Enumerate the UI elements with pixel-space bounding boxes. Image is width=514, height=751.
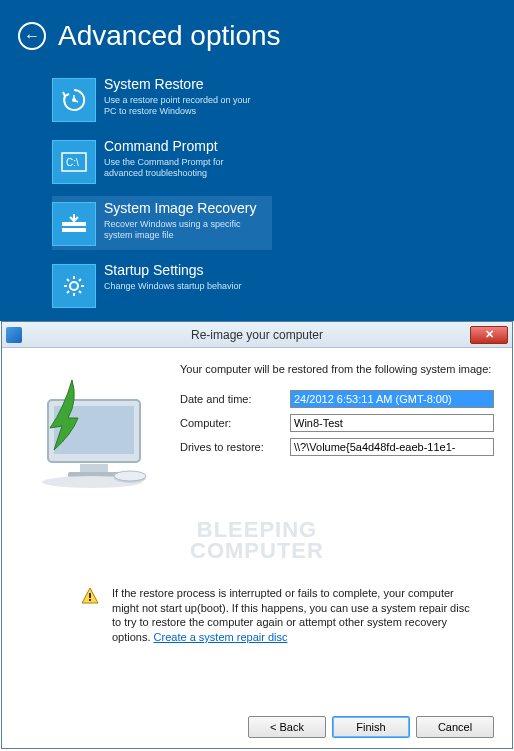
label-computer: Computer: <box>180 417 290 429</box>
header-row: ← Advanced options <box>18 20 496 52</box>
label-drives: Drives to restore: <box>180 441 290 453</box>
monitor-restore-icon <box>20 372 160 492</box>
dialog-app-icon <box>6 327 22 343</box>
advanced-options-panel: ← Advanced options System Restore Use a … <box>0 0 514 321</box>
tile-system-restore[interactable]: System Restore Use a restore point recor… <box>52 72 272 126</box>
tile-title: Startup Settings <box>104 262 242 279</box>
reimage-dialog: Re-image your computer ✕ Your com <box>1 321 513 749</box>
tile-title: System Restore <box>104 76 264 93</box>
image-recovery-icon <box>52 202 96 246</box>
watermark-line2: COMPUTER <box>20 541 494 562</box>
tile-desc: Recover Windows using a specific system … <box>104 219 264 242</box>
intro-text: Your computer will be restored from the … <box>180 362 494 376</box>
value-computer[interactable]: Win8-Test <box>290 414 494 432</box>
svg-rect-4 <box>62 228 86 232</box>
svg-point-5 <box>70 282 78 290</box>
warning-icon <box>80 586 100 606</box>
dialog-info-col: Your computer will be restored from the … <box>180 362 494 496</box>
tile-startup-settings[interactable]: Startup Settings Change Windows startup … <box>52 258 272 312</box>
back-arrow-icon: ← <box>24 27 40 45</box>
svg-rect-14 <box>89 593 91 598</box>
close-icon: ✕ <box>485 328 494 341</box>
svg-text:C:\: C:\ <box>66 157 79 168</box>
dialog-graphic-col <box>20 362 180 496</box>
finish-button[interactable]: Finish <box>332 716 410 738</box>
tile-desc: Use a restore point recorded on your PC … <box>104 95 264 118</box>
value-drives[interactable]: \\?\Volume{5a4d48fd-eaeb-11e1- <box>290 438 494 456</box>
back-button[interactable]: < Back <box>248 716 326 738</box>
dialog-title: Re-image your computer <box>191 328 323 342</box>
warning-row: If the restore process is interrupted or… <box>20 586 494 645</box>
tile-desc: Use the Command Prompt for advanced trou… <box>104 157 264 180</box>
dialog-titlebar[interactable]: Re-image your computer ✕ <box>2 322 512 348</box>
svg-point-13 <box>114 471 146 481</box>
tile-command-prompt[interactable]: C:\ Command Prompt Use the Command Promp… <box>52 134 272 188</box>
tile-title: Command Prompt <box>104 138 264 155</box>
dialog-button-row: < Back Finish Cancel <box>20 704 494 738</box>
warning-text: If the restore process is interrupted or… <box>112 586 480 645</box>
svg-rect-15 <box>89 599 91 601</box>
close-button[interactable]: ✕ <box>470 326 508 344</box>
label-datetime: Date and time: <box>180 393 290 405</box>
value-datetime[interactable]: 24/2012 6:53:11 AM (GMT-8:00) <box>290 390 494 408</box>
row-drives: Drives to restore: \\?\Volume{5a4d48fd-e… <box>180 438 494 456</box>
back-button[interactable]: ← <box>18 22 46 50</box>
page-title: Advanced options <box>58 20 281 52</box>
cancel-button[interactable]: Cancel <box>416 716 494 738</box>
create-repair-disc-link[interactable]: Create a system repair disc <box>154 631 288 643</box>
cmd-icon: C:\ <box>52 140 96 184</box>
row-computer: Computer: Win8-Test <box>180 414 494 432</box>
tile-desc: Change Windows startup behavior <box>104 281 242 293</box>
dialog-body: Your computer will be restored from the … <box>2 348 512 748</box>
tile-system-image-recovery[interactable]: System Image Recovery Recover Windows us… <box>52 196 272 250</box>
settings-icon <box>52 264 96 308</box>
watermark: BLEEPING COMPUTER <box>20 520 494 562</box>
svg-rect-9 <box>80 464 108 472</box>
tile-title: System Image Recovery <box>104 200 264 217</box>
svg-rect-3 <box>62 222 86 226</box>
restore-icon <box>52 78 96 122</box>
row-datetime: Date and time: 24/2012 6:53:11 AM (GMT-8… <box>180 390 494 408</box>
